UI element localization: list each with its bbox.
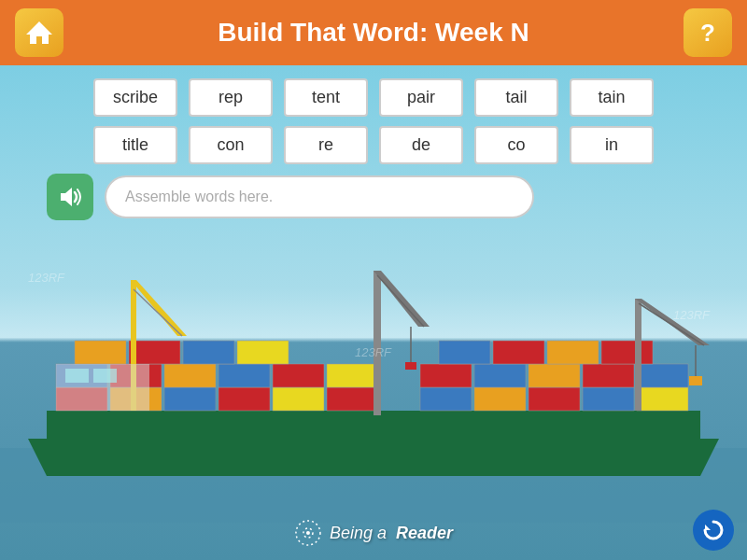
assemble-placeholder: Assemble words here. bbox=[125, 189, 273, 205]
tile-de[interactable]: de bbox=[379, 126, 463, 164]
help-icon: ? bbox=[700, 19, 715, 48]
tiles-row-1: scribe rep tent pair tail tain bbox=[47, 78, 700, 117]
tiles-area: scribe rep tent pair tail tain title con… bbox=[0, 65, 747, 164]
speaker-button[interactable] bbox=[47, 174, 93, 220]
app-header: Build That Word: Week N ? bbox=[0, 0, 747, 65]
svg-rect-8 bbox=[273, 387, 324, 411]
assembly-area: Assemble words here. bbox=[0, 174, 747, 220]
svg-rect-31 bbox=[493, 341, 544, 364]
brand-dot-logo bbox=[294, 519, 322, 547]
svg-marker-38 bbox=[374, 271, 430, 327]
svg-marker-0 bbox=[26, 21, 52, 44]
ship-illustration bbox=[0, 252, 747, 523]
watermark: 123RF bbox=[28, 271, 64, 285]
tile-con[interactable]: con bbox=[189, 126, 273, 164]
svg-marker-54 bbox=[705, 525, 711, 530]
svg-rect-28 bbox=[183, 341, 234, 364]
tile-pair[interactable]: pair bbox=[379, 78, 463, 117]
watermark: 123RF bbox=[355, 345, 391, 359]
svg-rect-11 bbox=[474, 387, 526, 411]
tile-tain[interactable]: tain bbox=[570, 78, 654, 117]
svg-rect-33 bbox=[601, 341, 653, 364]
svg-line-39 bbox=[377, 275, 424, 327]
svg-rect-21 bbox=[420, 364, 472, 387]
svg-rect-42 bbox=[635, 299, 641, 411]
brand-label: Being a Reader bbox=[294, 519, 453, 547]
svg-rect-12 bbox=[529, 387, 580, 411]
svg-rect-7 bbox=[218, 387, 270, 411]
watermark: 123RF bbox=[673, 308, 710, 322]
brand-text: Being a Reader bbox=[330, 524, 453, 543]
tile-tent[interactable]: tent bbox=[284, 78, 368, 117]
page-title: Build That Word: Week N bbox=[63, 18, 684, 48]
svg-rect-29 bbox=[237, 341, 289, 364]
svg-rect-10 bbox=[420, 387, 472, 411]
help-button[interactable]: ? bbox=[684, 8, 732, 57]
svg-rect-17 bbox=[164, 364, 216, 387]
tile-rep[interactable]: rep bbox=[189, 78, 273, 117]
refresh-button[interactable] bbox=[693, 510, 734, 551]
svg-rect-13 bbox=[583, 387, 634, 411]
svg-rect-19 bbox=[273, 364, 324, 387]
tile-title[interactable]: title bbox=[93, 126, 177, 164]
svg-marker-50 bbox=[61, 188, 72, 206]
svg-rect-48 bbox=[65, 369, 89, 383]
svg-rect-37 bbox=[374, 271, 381, 415]
tile-co[interactable]: co bbox=[474, 126, 558, 164]
svg-marker-2 bbox=[28, 439, 719, 476]
svg-rect-23 bbox=[529, 364, 580, 387]
svg-rect-22 bbox=[474, 364, 526, 387]
svg-marker-35 bbox=[131, 280, 187, 336]
svg-rect-9 bbox=[327, 387, 378, 411]
svg-rect-18 bbox=[218, 364, 270, 387]
svg-rect-24 bbox=[583, 364, 634, 387]
svg-rect-49 bbox=[93, 369, 117, 383]
svg-rect-41 bbox=[405, 362, 416, 370]
svg-rect-20 bbox=[327, 364, 378, 387]
svg-rect-6 bbox=[164, 387, 216, 411]
tile-scribe[interactable]: scribe bbox=[93, 78, 177, 117]
svg-rect-27 bbox=[129, 341, 180, 364]
svg-marker-43 bbox=[635, 299, 710, 345]
tiles-row-2: title con re de co in bbox=[47, 126, 700, 164]
svg-rect-25 bbox=[637, 364, 688, 387]
svg-rect-14 bbox=[637, 387, 688, 411]
main-area: 123RF 123RF 123RF bbox=[0, 65, 747, 560]
tile-in[interactable]: in bbox=[570, 126, 654, 164]
tile-tail[interactable]: tail bbox=[474, 78, 558, 117]
svg-rect-30 bbox=[439, 341, 490, 364]
svg-rect-32 bbox=[547, 341, 599, 364]
svg-rect-26 bbox=[75, 341, 126, 364]
svg-point-53 bbox=[306, 531, 310, 535]
home-button[interactable] bbox=[15, 8, 63, 57]
tile-re[interactable]: re bbox=[284, 126, 368, 164]
assemble-words-field[interactable]: Assemble words here. bbox=[105, 175, 534, 218]
svg-rect-46 bbox=[689, 376, 702, 385]
svg-line-36 bbox=[134, 289, 182, 336]
